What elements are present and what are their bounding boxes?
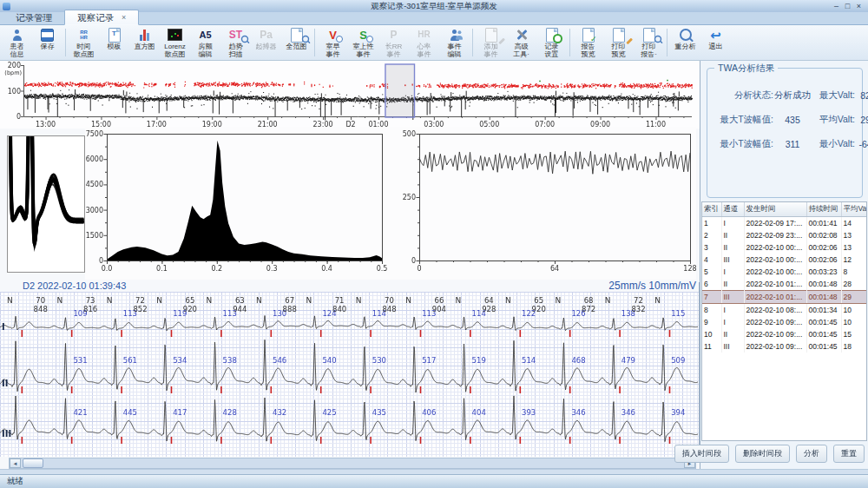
minimize-button[interactable]: –	[831, 1, 842, 11]
table-cell: 00:02:06	[806, 241, 841, 254]
button-分析[interactable]: 分析	[796, 445, 827, 463]
table-cell: 13	[841, 229, 866, 241]
table-row[interactable]: 4III2022-02-10 00:...00:02:0612	[702, 254, 866, 266]
toolbar-button-event-edit[interactable]: 事件编辑	[439, 26, 470, 59]
sv-event-icon: S	[353, 27, 374, 43]
button-重置[interactable]: 重置	[833, 445, 865, 463]
table-cell: 29	[841, 291, 866, 304]
table-cell: 00:01:48	[806, 291, 841, 304]
table-cell: 2022-02-10 08:...	[744, 304, 806, 317]
table-cell: 00:03:23	[806, 266, 841, 278]
toolbar-button-sv-event[interactable]: S室上性事件	[348, 26, 378, 59]
toolbar-separator	[667, 29, 667, 56]
trend-scan-icon: ST	[226, 27, 247, 43]
stat-label: 分析状态:	[711, 89, 773, 102]
table-cell: 6	[702, 278, 721, 291]
twa-episode-table[interactable]: 索引通道发生时间持续时间平均Valt1I2022-02-09 17:...00:…	[701, 201, 867, 441]
table-row[interactable]: 2II2022-02-09 23:...00:02:0813	[702, 229, 866, 241]
table-cell: 00:01:48	[806, 278, 841, 291]
table-header[interactable]: 平均Valt	[841, 202, 866, 217]
toolbar-button-advanced-tools[interactable]: 高级工具·	[506, 26, 536, 59]
table-row[interactable]: 10II2022-02-10 09:...00:01:4515	[702, 328, 866, 340]
toolbar-button-save[interactable]: 保存	[32, 26, 62, 59]
toolbar-button-full-range[interactable]: 全范图	[281, 26, 312, 59]
table-row[interactable]: 1I2022-02-09 17:...00:01:4114	[702, 217, 866, 230]
table-row[interactable]: 11III2022-02-10 09:...00:01:4518	[702, 340, 866, 353]
lorenz-scatter-icon	[165, 27, 186, 43]
table-header[interactable]: 持续时间	[806, 202, 841, 217]
table-row[interactable]: 9I2022-02-10 09:...00:01:4510	[702, 316, 866, 328]
maximize-button[interactable]: □	[842, 1, 853, 11]
table-row[interactable]: 3II2022-02-10 00:...00:02:0613	[702, 241, 866, 254]
table-row[interactable]: 5I2022-02-10 00:...00:03:238	[702, 266, 866, 278]
stat-label: 最小Valt:	[812, 138, 855, 150]
ecg-strips[interactable]	[0, 292, 700, 457]
toolbar-label: 事件	[326, 51, 340, 59]
table-row[interactable]: 6II2022-02-10 01:...00:01:4828	[702, 278, 866, 291]
table-header[interactable]: 发生时间	[744, 202, 806, 217]
heart-rate-trend-panel	[0, 61, 700, 129]
print-preview-icon	[608, 27, 629, 43]
main-content: D2 2022-02-10 01:39:43 25mm/s 10mm/mV ◄ …	[0, 61, 868, 469]
toolbar-button-template[interactable]: T模板	[99, 26, 129, 59]
template-icon: T	[104, 27, 125, 43]
twa-summary-groupbox: TWA分析结果 分析状态:分析成功最大Valt:82最大T波幅值:435平均Va…	[707, 68, 863, 198]
tab-observe-record[interactable]: 观察记录 ×	[64, 10, 139, 25]
toolbar-button-add-event: 添加事件	[476, 26, 506, 59]
toolbar-button-record-settings[interactable]: 记录设置	[536, 26, 567, 59]
table-cell: 13	[841, 241, 866, 254]
ecg-scrollbar[interactable]: ◄ ►	[9, 458, 696, 469]
tab-label: 观察记录	[77, 12, 114, 24]
table-cell: 2022-02-10 09:...	[744, 316, 806, 328]
t-wave-histogram-chart[interactable]	[85, 127, 399, 280]
twa-statistics: 分析状态:分析成功最大Valt:82最大T波幅值:435平均Valt:29最小T…	[711, 89, 860, 150]
toolbar-button-report-preview[interactable]: ✓报告预览	[573, 26, 603, 59]
heart-rate-trend-chart[interactable]	[0, 61, 700, 129]
toolbar-label: 全范图	[286, 43, 307, 51]
table-row[interactable]: 8I2022-02-10 08:...00:01:3410	[702, 304, 866, 317]
button-删除时间段[interactable]: 删除时间段	[735, 445, 790, 463]
table-cell: 00:01:45	[806, 340, 841, 353]
table-cell: II	[721, 328, 744, 340]
toolbar-button-print-preview[interactable]: 打印预览	[603, 26, 634, 59]
tab-close-icon[interactable]: ×	[122, 14, 126, 22]
patient-info-icon	[7, 27, 28, 43]
table-cell: III	[721, 340, 744, 353]
table-row[interactable]: 7III2022-02-10 01:...00:01:4829	[702, 291, 866, 304]
button-插入时间段[interactable]: 插入时间段	[674, 445, 729, 463]
toolbar-button-pvc-event[interactable]: V室早事件	[318, 26, 348, 59]
table-cell: 5	[702, 266, 721, 278]
toolbar-button-af-edit[interactable]: A5房颤编辑	[190, 26, 220, 59]
toolbar-button-lorenz-scatter[interactable]: Lorenz散点图	[160, 26, 190, 59]
toolbar-button-histogram[interactable]: 直方图	[129, 26, 160, 59]
stat-value: 分析成功	[773, 89, 812, 102]
toolbar-button-patient-info[interactable]: 患者信息	[2, 26, 32, 59]
toolbar-button-reanalyze[interactable]: 重分析	[670, 26, 700, 59]
table-cell: I	[721, 316, 744, 328]
table-cell: 2022-02-10 00:...	[744, 241, 806, 254]
toolbar-separator	[65, 29, 66, 56]
scrollbar-thumb[interactable]	[23, 458, 43, 468]
table-cell: 10	[841, 304, 866, 317]
table-cell: II	[721, 229, 744, 241]
toolbar-button-time-scatter[interactable]: RRHR时间散点图	[69, 26, 99, 59]
table-cell: 00:01:45	[806, 328, 841, 340]
toolbar-button-trend-scan[interactable]: ST趋势扫描	[220, 26, 251, 59]
event-edit-icon	[444, 27, 465, 43]
app-icon	[3, 3, 10, 10]
scroll-left-arrow-icon[interactable]: ◄	[10, 458, 21, 468]
table-cell: 2022-02-09 23:...	[744, 229, 806, 241]
twa-trend-chart[interactable]	[398, 127, 696, 280]
toolbar-button-exit[interactable]: ↩退出	[700, 26, 731, 59]
table-cell: 2	[702, 229, 721, 241]
histogram-icon	[135, 27, 155, 43]
beat-template-chart	[8, 136, 84, 272]
tab-record-management[interactable]: 记录管理	[3, 10, 64, 24]
toolbar-button-print-report[interactable]: 打印报告·	[634, 26, 664, 59]
stat-value: 29	[855, 115, 868, 125]
close-button[interactable]: ×	[853, 1, 865, 11]
twa-groupbox-title: TWA分析结果	[714, 63, 778, 75]
table-header[interactable]: 通道	[721, 202, 744, 217]
beat-template-panel[interactable]	[7, 135, 85, 273]
table-header[interactable]: 索引	[702, 202, 721, 217]
